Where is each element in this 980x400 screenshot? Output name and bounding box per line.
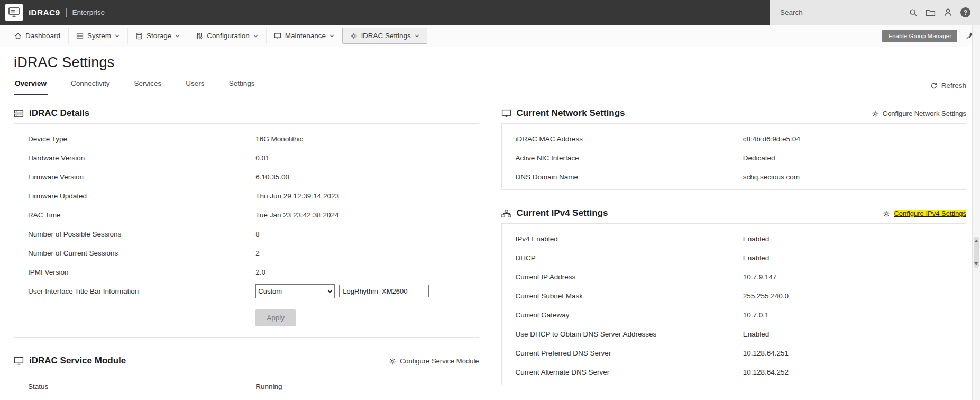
tab-services[interactable]: Services (133, 76, 163, 95)
detail-label: Number of Possible Sessions (14, 230, 255, 238)
nav-item-maintenance[interactable]: Maintenance (266, 28, 342, 44)
gear-icon (350, 32, 358, 40)
detail-row: Current IP Address 10.7.9.147 (502, 267, 966, 286)
content-columns: iDRAC Details Device Type 16G Monolithic… (14, 105, 966, 400)
nav-item-dashboard[interactable]: Dashboard (6, 28, 68, 44)
detail-row: Current Gateway 10.7.0.1 (502, 305, 966, 324)
detail-value: 10.7.0.1 (743, 311, 966, 319)
scroll-down-icon[interactable] (974, 262, 978, 265)
detail-row: Status Running (14, 377, 479, 396)
detail-row: Number of Possible Sessions 8 (14, 224, 479, 243)
sliders-icon (196, 32, 203, 40)
tab-settings[interactable]: Settings (228, 76, 256, 95)
scrollbar-thumb[interactable] (974, 237, 979, 268)
detail-label: Current Preferred DNS Server (502, 349, 743, 357)
folder-icon[interactable] (926, 8, 936, 17)
detail-row: iDRAC MAC Address c8:4b:d6:9d:e5:04 (502, 129, 966, 148)
gear-icon (883, 210, 890, 217)
network-sitemap-icon (501, 209, 511, 218)
server-icon (76, 32, 84, 40)
detail-row: Firmware Version 6.10.35.00 (14, 167, 479, 186)
detail-row: Device Type 16G Monolithic (14, 129, 479, 148)
detail-value: c8:4b:d6:9d:e5:04 (743, 135, 966, 143)
detail-label: Active NIC Interface (502, 154, 743, 162)
detail-value: 255.255.240.0 (743, 292, 966, 300)
ipv4-settings-body: IPv4 Enabled Enabled DHCP Enabled Curren… (501, 223, 967, 385)
section-idrac-details: iDRAC Details Device Type 16G Monolithic… (14, 105, 479, 338)
nav-item-idrac-settings[interactable]: iDRAC Settings (342, 28, 427, 44)
configure-ipv4-settings-link[interactable]: Configure IPv4 Settings (883, 210, 966, 217)
detail-label: Current Alternate DNS Server (502, 368, 743, 376)
section-title: iDRAC Service Module (29, 356, 126, 366)
detail-label: User Interface Title Bar Information (14, 287, 255, 295)
section-title: Current IPv4 Settings (517, 208, 608, 219)
title-bar-info-row: User Interface Title Bar Information Cus… (14, 281, 479, 301)
detail-value: Dedicated (743, 154, 966, 162)
section-service-module: iDRAC Service Module Configure Service M… (14, 352, 479, 400)
nav-right: Enable Group Manager (882, 30, 974, 42)
section-header: Current IPv4 Settings Configure IPv4 Set… (501, 205, 967, 223)
detail-value: Running (255, 383, 478, 390)
detail-label: Current IP Address (502, 273, 743, 281)
main-nav: Dashboard System Storage (0, 25, 980, 47)
detail-label: DHCP (502, 254, 743, 262)
nav-label: Storage (146, 32, 171, 40)
configure-network-settings-link[interactable]: Configure Network Settings (872, 110, 966, 117)
refresh-button[interactable]: Refresh (930, 81, 966, 89)
chevron-down-icon (253, 34, 258, 38)
tab-users[interactable]: Users (185, 76, 205, 95)
detail-value: 10.7.9.147 (743, 273, 966, 281)
section-network-settings: Current Network Settings Configure Netwo… (501, 105, 967, 190)
section-ipv4-settings: Current IPv4 Settings Configure IPv4 Set… (501, 205, 967, 385)
detail-row: Current Preferred DNS Server 10.128.64.2… (502, 343, 966, 362)
user-icon[interactable] (944, 8, 952, 17)
detail-value: 10.128.64.251 (743, 349, 966, 357)
detail-label: iDRAC MAC Address (502, 135, 743, 143)
tab-connectivity[interactable]: Connectivity (70, 76, 111, 95)
detail-label: Current Subnet Mask (502, 292, 743, 300)
nav-label: iDRAC Settings (361, 32, 411, 40)
topbar-right: ? (770, 0, 980, 25)
right-column: Current Network Settings Configure Netwo… (501, 105, 967, 400)
detail-value: 2 (255, 249, 478, 257)
detail-row: DNS Domain Name schq.secious.com (502, 167, 966, 186)
idrac-logo-icon[interactable] (5, 4, 23, 21)
apply-button[interactable]: Apply (255, 309, 296, 326)
nav-item-configuration[interactable]: Configuration (188, 28, 265, 44)
detail-label: Use DHCP to Obtain DNS Server Addresses (502, 330, 743, 338)
tab-overview[interactable]: Overview (14, 76, 48, 95)
service-module-body: Status Running (14, 371, 479, 400)
detail-label: IPMI Version (14, 268, 255, 276)
gear-icon (389, 358, 396, 365)
title-bar-text-input[interactable] (339, 285, 429, 297)
search-input[interactable] (779, 8, 901, 17)
nav-label: Configuration (207, 32, 249, 40)
home-icon (14, 32, 22, 40)
help-icon[interactable]: ? (960, 7, 970, 17)
scrollbar[interactable] (972, 25, 980, 400)
page-title: iDRAC Settings (14, 54, 966, 71)
nav-item-storage[interactable]: Storage (127, 28, 188, 44)
nav-item-system[interactable]: System (68, 28, 127, 44)
idrac-details-body: Device Type 16G Monolithic Hardware Vers… (14, 123, 479, 338)
apply-row: Apply (14, 309, 479, 326)
title-bar-mode-select[interactable]: Custom (255, 284, 335, 298)
brand: iDRAC9 Enterprise (29, 8, 105, 17)
detail-value: schq.secious.com (743, 173, 966, 181)
detail-row: Firmware Updated Thu Jun 29 12:39:14 202… (14, 186, 479, 205)
chevron-down-icon (115, 34, 120, 38)
detail-value: 10.128.64.252 (743, 368, 966, 376)
monitor-icon (501, 109, 511, 118)
tabbar: Overview Connectivity Services Users Set… (14, 76, 966, 95)
configure-service-module-link[interactable]: Configure Service Module (389, 357, 479, 365)
refresh-label: Refresh (941, 81, 966, 89)
detail-value: 6.10.35.00 (255, 173, 478, 181)
section-title: iDRAC Details (29, 108, 89, 119)
detail-row: DHCP Enabled (502, 248, 966, 267)
section-title: Current Network Settings (517, 108, 625, 119)
enable-group-manager-button[interactable]: Enable Group Manager (882, 30, 957, 42)
detail-label: Device Type (14, 135, 255, 143)
search-icon[interactable] (909, 8, 918, 17)
scroll-up-icon[interactable] (974, 240, 978, 242)
detail-row: IPMI Version 2.0 (14, 262, 479, 281)
